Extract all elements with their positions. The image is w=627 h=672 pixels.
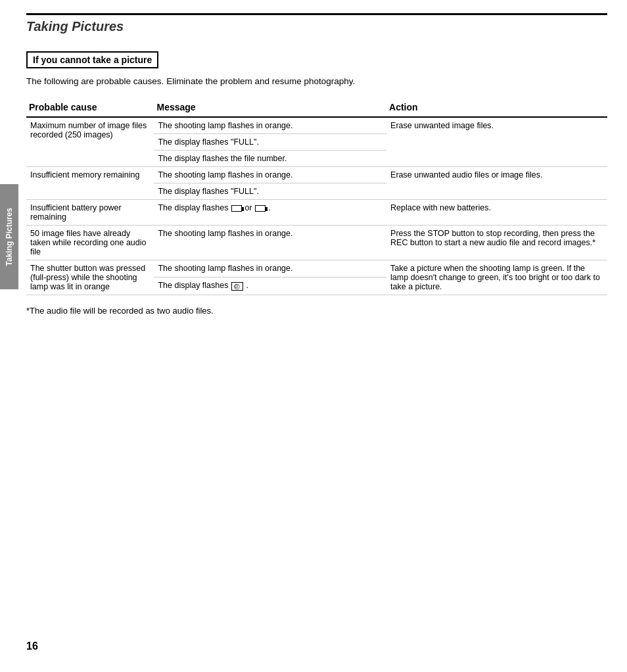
battery-icon-low [254,203,268,212]
action-cell-4: Press the STOP button to stop recording,… [386,226,607,260]
message-cell-5a: The shooting lamp flashes in orange. [154,260,386,277]
side-tab: Taking Pictures [0,184,18,289]
camera-icon: ◯ [231,281,246,290]
cause-cell-2: Insufficient memory remaining [26,167,154,200]
title-bar: Taking Pictures [26,13,607,38]
message-cell-1c: The display flashes the file number. [154,151,386,167]
message-cell-2a: The shooting lamp flashes in orange. [154,167,386,183]
table-row: Insufficient memory remaining The shooti… [26,167,607,183]
col-header-cause: Probable cause [26,99,154,117]
action-cell-3: Replace with new batteries. [386,200,607,226]
message-cell-2b: The display flashes "FULL". [154,183,386,200]
battery-icon-full [231,203,244,212]
section-heading: If you cannot take a picture [26,51,158,68]
page-title: Taking Pictures [26,19,124,34]
table-row: 50 image files have already taken while … [26,226,607,260]
table-row: The shutter button was pressed (full-pre… [26,260,607,277]
intro-text: The following are probable causes. Elimi… [26,76,607,86]
main-content: Taking Pictures If you cannot take a pic… [26,0,607,316]
cause-cell-5: The shutter button was pressed (full-pre… [26,260,154,295]
page-number: 16 [26,640,38,652]
info-table: Probable cause Message Action Maximum nu… [26,99,607,295]
table-row: Insufficient battery power remaining The… [26,200,607,226]
message-cell-5b: The display flashes ◯ . [154,277,386,295]
col-header-action: Action [386,99,607,117]
col-header-message: Message [154,99,386,117]
message-cell-1b: The display flashes "FULL". [154,134,386,151]
side-tab-label: Taking Pictures [5,208,14,266]
action-cell-1: Erase unwanted image files. [386,117,607,167]
message-cell-1a: The shooting lamp flashes in orange. [154,117,386,134]
table-row: Maximum number of image files recorded (… [26,117,607,134]
message-cell-3a: The display flashes or . [154,200,386,226]
cause-cell-3: Insufficient battery power remaining [26,200,154,226]
action-cell-2: Erase unwanted audio files or image file… [386,167,607,200]
message-cell-4a: The shooting lamp flashes in orange. [154,226,386,260]
action-cell-5: Take a picture when the shooting lamp is… [386,260,607,295]
cause-cell-4: 50 image files have already taken while … [26,226,154,260]
footnote: *The audio file will be recorded as two … [26,306,607,316]
cause-cell-1: Maximum number of image files recorded (… [26,117,154,167]
